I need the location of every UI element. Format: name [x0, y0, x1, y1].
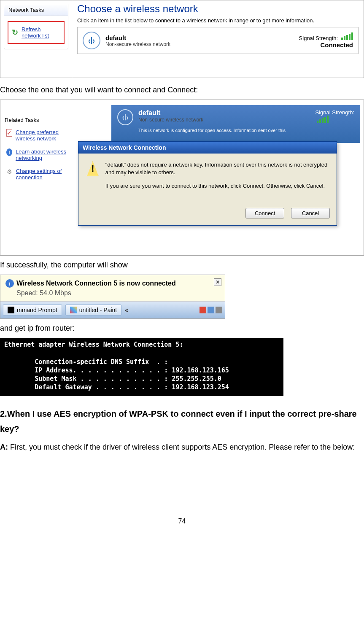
- chevron-icon[interactable]: «: [125, 307, 128, 313]
- connect-button[interactable]: Connect: [245, 208, 284, 218]
- related-tasks-header: Related Tasks: [3, 117, 77, 123]
- warning-icon: !: [87, 161, 99, 176]
- network-item-default[interactable]: default Non-secure wireless network Sign…: [77, 27, 359, 54]
- choose-description: Click an item in the list below to conne…: [77, 17, 359, 24]
- network-name: default: [105, 34, 170, 41]
- balloon-title-text: Wireless Network Connection 5 is now con…: [16, 280, 176, 287]
- body-text-2: If successfully, the computer will show: [0, 261, 364, 270]
- tray-icon[interactable]: [216, 307, 222, 313]
- info-icon: i: [6, 148, 12, 156]
- dialog-title: Wireless Network Connection: [78, 142, 337, 154]
- notification-balloon: i Wireless Network Connection 5 is now c…: [0, 275, 225, 302]
- connection-warning-dialog: Wireless Network Connection ! "default" …: [78, 141, 337, 226]
- screenshot-connect-dialog: Related Tasks ✓ Change preferred wireles…: [0, 100, 364, 256]
- choose-title: Choose a wireless network: [77, 3, 359, 15]
- link-learn-about[interactable]: i Learn about wireless networking: [3, 148, 77, 161]
- close-icon[interactable]: ✕: [214, 278, 221, 286]
- body-text-1: Choose the one that you will want to con…: [0, 86, 364, 94]
- network-tasks-header: Network Tasks: [4, 4, 68, 16]
- network-tasks-panel: Network Tasks ↻ Refresh network list: [0, 0, 72, 78]
- screenshot-choose-network: Network Tasks ↻ Refresh network list Cho…: [0, 0, 364, 78]
- connected-label: Connected: [299, 41, 353, 49]
- body-text-3: and get ip from router:: [0, 324, 364, 333]
- gear-icon: ⚙: [6, 168, 13, 175]
- taskbar-item-paint[interactable]: untitled - Paint: [65, 305, 122, 315]
- signal-strength-label: Signal Strength:: [315, 109, 354, 116]
- wireless-icon: [117, 109, 133, 125]
- cmd-icon: [8, 307, 14, 313]
- network-subtitle: Non-secure wireless network: [105, 41, 170, 47]
- network-info: This is network is configured for open a…: [138, 128, 286, 133]
- tray-network-icon[interactable]: [208, 307, 214, 313]
- paint-icon: [70, 307, 77, 313]
- signal-strength-label: Signal Strength:: [299, 35, 338, 41]
- taskbar-item-cmd[interactable]: mmand Prompt: [3, 305, 62, 315]
- taskbar: mmand Prompt untitled - Paint «: [0, 302, 225, 318]
- cmd-output: Ethernet adapter Wireless Network Connec…: [0, 338, 283, 396]
- signal-bars-icon: [317, 116, 329, 123]
- answer-2-text: A: First, you must check if the driver o…: [0, 440, 364, 454]
- balloon-speed: Speed: 54.0 Mbps: [16, 289, 220, 297]
- refresh-link-label: Refresh network list: [22, 26, 49, 39]
- refresh-network-list[interactable]: ↻ Refresh network list: [8, 21, 65, 44]
- screenshot-connected-balloon: i Wireless Network Connection 5 is now c…: [0, 275, 225, 319]
- cancel-button[interactable]: Cancel: [291, 208, 330, 218]
- network-name: default: [138, 109, 286, 117]
- network-subtitle: Non-secure wireless network: [138, 117, 286, 123]
- signal-bars-icon: [341, 32, 353, 40]
- link-change-preferred[interactable]: ✓ Change preferred wireless network: [3, 129, 77, 142]
- refresh-icon: ↻: [12, 28, 18, 37]
- page-number: 74: [0, 518, 364, 525]
- tray-icons: [200, 307, 222, 313]
- link-change-settings[interactable]: ⚙ Change settings of connection: [3, 168, 77, 181]
- info-icon: i: [5, 279, 14, 288]
- dialog-text-2: If you are sure you want to connect to t…: [105, 182, 328, 190]
- dialog-text-1: "default" does not require a network key…: [105, 161, 328, 176]
- question-2-title: 2.When I use AES encryption of WPA-PSK t…: [0, 406, 364, 437]
- tray-icon[interactable]: [200, 307, 206, 313]
- wireless-icon: [83, 32, 100, 49]
- check-icon: ✓: [6, 129, 12, 137]
- selected-network-bar[interactable]: default Non-secure wireless network This…: [111, 105, 360, 143]
